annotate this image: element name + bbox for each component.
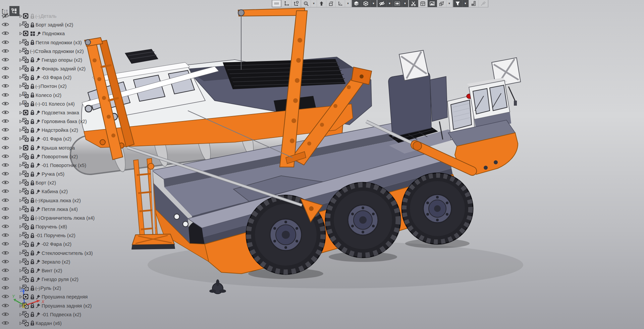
expand-arrow-icon[interactable] (19, 164, 22, 167)
tree-row[interactable]: -01 Поворотник (x5) (0, 161, 111, 170)
wheel[interactable] (325, 182, 400, 258)
sketch-button[interactable] (282, 0, 291, 7)
visibility-eye-icon[interactable] (2, 154, 9, 159)
expand-arrow-icon[interactable] (19, 23, 22, 26)
expand-arrow-icon[interactable] (19, 102, 22, 106)
tree-row[interactable]: Зеркало (x2) (0, 258, 111, 266)
expand-arrow-icon[interactable] (19, 286, 22, 290)
tree-item-label[interactable]: Подножка (42, 31, 65, 36)
parameters-tab[interactable]: 1 112 12 (0, 7, 9, 16)
visibility-eye-icon[interactable] (2, 250, 9, 256)
visibility-eye-icon[interactable] (2, 74, 9, 80)
expand-arrow-icon[interactable] (19, 67, 22, 70)
tree-item-label[interactable]: Ручка (x5) (42, 171, 64, 177)
tree-item-label[interactable]: Поручень (x8) (36, 224, 67, 229)
expand-arrow-icon[interactable] (19, 155, 22, 158)
tree-item-label[interactable]: Борт задний (x2) (36, 22, 73, 28)
expand-arrow-icon[interactable] (19, 208, 22, 211)
tree-row[interactable]: 2Колесо (x2) (0, 91, 111, 100)
expand-arrow-icon[interactable] (19, 120, 22, 123)
expand-arrow-icon[interactable] (19, 128, 22, 132)
tree-item-label[interactable]: -01 Поручень (x2) (36, 233, 75, 238)
tree-item-label[interactable]: Петля подножки (x3) (36, 40, 82, 45)
visibility-eye-icon[interactable] (2, 31, 9, 36)
expand-arrow-icon[interactable] (19, 32, 22, 35)
tree-item-label[interactable]: Стойка прдножки (x2) (35, 49, 84, 54)
expand-arrow-icon[interactable] (19, 172, 22, 176)
tree-row[interactable]: Крыша мотора (0, 144, 111, 152)
tree-item-label[interactable]: Проушина передняя (42, 294, 88, 299)
hide-objects-button[interactable] (377, 0, 387, 7)
tree-item-label[interactable]: Понтон (x2) (41, 84, 67, 89)
expand-arrow-icon[interactable] (19, 50, 22, 53)
tree-row[interactable]: Гнездо опоры (x2) (0, 56, 111, 64)
expand-arrow-icon[interactable] (19, 111, 22, 114)
tree-row[interactable]: -03 Фара (x2) (0, 73, 111, 82)
visibility-eye-icon[interactable] (2, 66, 9, 71)
visibility-eye-icon[interactable] (2, 312, 9, 317)
axes-orientation-button-dropdown[interactable]: ▼ (345, 0, 351, 7)
tree-item-label[interactable]: Петля люка (x4) (42, 207, 78, 212)
expand-arrow-icon[interactable] (19, 242, 22, 246)
orientation-up-button[interactable] (317, 0, 326, 7)
expand-arrow-icon[interactable] (19, 313, 22, 316)
panel-tabs[interactable]: 1 112 12 (0, 6, 19, 16)
sketch-placed-button[interactable] (291, 0, 301, 7)
visibility-eye-icon[interactable] (2, 259, 9, 265)
tree-row[interactable]: Борт (x2) (0, 178, 111, 187)
tree-item-label[interactable]: -02 Фара (x2) (42, 241, 71, 247)
tree-row[interactable]: Надстройка (x2) (0, 126, 111, 134)
tree-row[interactable]: Петля подножки (x3) (0, 38, 111, 47)
section-view-button[interactable] (409, 0, 418, 7)
visibility-eye-icon[interactable] (2, 320, 9, 326)
visibility-eye-icon[interactable] (2, 303, 9, 309)
filter-button[interactable] (453, 0, 463, 7)
tree-item-label[interactable]: -01 Фара (x2) (42, 136, 71, 142)
axes-orientation-button[interactable] (336, 0, 345, 7)
visibility-eye-icon[interactable] (2, 22, 9, 28)
visibility-eye-icon[interactable] (2, 206, 9, 212)
tree-item-label[interactable]: Надстройка (x2) (42, 127, 78, 133)
expand-arrow-icon[interactable] (19, 225, 22, 228)
tree-row[interactable]: Борт задний (x2) (0, 20, 111, 29)
tree-row[interactable]: -01 Фара (x2) (0, 134, 111, 143)
tree-row[interactable]: (–)Руль (x2) (0, 284, 111, 292)
expand-arrow-icon[interactable] (19, 322, 22, 325)
tree-row[interactable]: -01 Поручень (x2) (0, 231, 111, 240)
tree-row[interactable]: Подножка (0, 29, 111, 38)
visibility-eye-icon[interactable] (2, 48, 9, 54)
tree-item-label[interactable]: Гнездо опоры (x2) (42, 57, 82, 63)
expand-arrow-icon[interactable] (19, 278, 22, 281)
wireframe-display-button-dropdown[interactable]: ▼ (371, 0, 377, 7)
visibility-eye-icon[interactable] (2, 285, 9, 291)
rotate-view-button[interactable] (326, 0, 336, 7)
tree-row[interactable]: Винт (x2) (0, 266, 111, 275)
tree-item-label[interactable]: Деталь (41, 13, 57, 19)
expand-arrow-icon[interactable] (19, 234, 22, 237)
expand-arrow-icon[interactable] (19, 76, 22, 79)
tree-row[interactable]: Поручень (x8) (0, 222, 111, 231)
expand-arrow-icon[interactable] (19, 252, 22, 255)
wireframe-display-button[interactable] (361, 0, 371, 7)
expand-arrow-icon[interactable] (19, 199, 22, 202)
expand-arrow-icon[interactable] (19, 190, 22, 193)
tree-row[interactable]: Горловина бака (x2) (0, 117, 111, 126)
visibility-eye-icon[interactable] (2, 188, 9, 194)
tree-row[interactable]: Стеклоочиститель (x3) (0, 249, 111, 258)
visibility-eye-icon[interactable] (2, 92, 9, 98)
tree-item-label[interactable]: Руль (x2) (41, 285, 61, 291)
tree-item-label[interactable]: Ограничитель люка (x4) (41, 215, 95, 221)
tree-item-label[interactable]: -01 Колесо (x4) (41, 101, 75, 107)
tree-row[interactable]: (–)Понтон (x2) (0, 82, 111, 91)
tree-row[interactable]: Проушина задняя (x2) (0, 301, 111, 310)
eyedropper-button[interactable] (479, 0, 488, 7)
expand-arrow-icon[interactable] (19, 58, 22, 62)
zoom-area-button-dropdown[interactable]: ▼ (311, 0, 317, 7)
visibility-eye-icon[interactable] (2, 180, 9, 185)
tree-row[interactable]: Ручка (x5) (0, 170, 111, 178)
expand-arrow-icon[interactable] (19, 41, 22, 44)
tree-row[interactable]: Фонарь задний (x2) (0, 64, 111, 73)
tree-row[interactable]: (–)Ограничитель люка (x4) (0, 214, 111, 222)
tree-row[interactable]: -02 Фара (x2) (0, 240, 111, 249)
tree-item-label[interactable]: Подсветка знака (42, 110, 79, 115)
